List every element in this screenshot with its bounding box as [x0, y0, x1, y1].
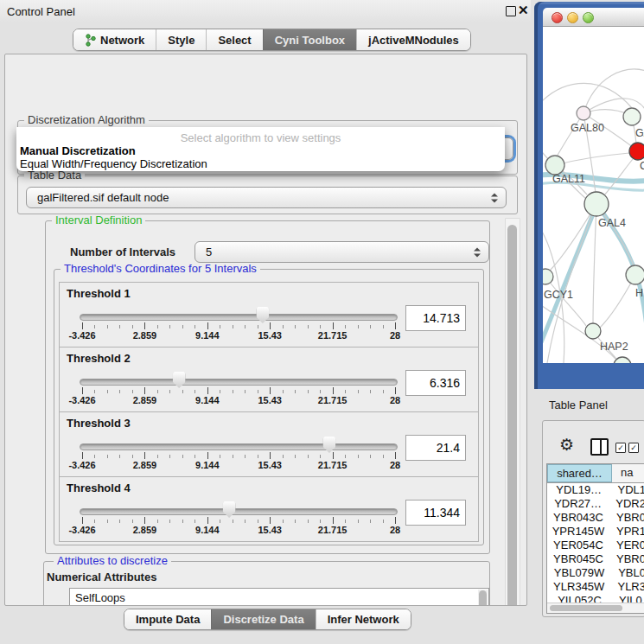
threshold-1-value-field[interactable]: 14.713 — [405, 305, 466, 331]
threshold-4-panel: Threshold 4 -3.426 2.859 9.144 15.43 21.… — [59, 476, 479, 542]
edge — [557, 113, 583, 156]
node-attribute-table: shared… na YDL19…YDL1 YDR27…YDR2 YBR043C… — [546, 463, 644, 614]
node-hap2[interactable] — [585, 323, 601, 339]
node-gal4[interactable] — [584, 192, 609, 216]
dropdown-option-equal-width[interactable]: Equal Width/Frequency Discretization — [20, 157, 207, 170]
table-row[interactable]: YLR345WYLR3 — [547, 580, 644, 594]
checkbox-icon[interactable]: ✓ — [615, 443, 626, 453]
control-panel-tabs: Network Style Select Cyni Toolbox jActiv… — [73, 29, 471, 51]
table-row[interactable]: YDL19…YDL1 — [547, 483, 644, 497]
tab-select[interactable]: Select — [206, 29, 262, 50]
slider-track[interactable] — [80, 508, 398, 515]
tab-style[interactable]: Style — [156, 29, 206, 50]
table-row[interactable]: YDR27…YDR2 — [547, 497, 644, 511]
threshold-1-panel: Threshold 1 -3.426 2.859 9.144 15.43 21.… — [59, 282, 479, 348]
column-header-shared-name[interactable]: shared… — [547, 464, 612, 482]
slider-thumb[interactable] — [256, 307, 269, 323]
node-gal11[interactable] — [545, 156, 564, 175]
list-scrollbar-thumb[interactable] — [479, 590, 487, 606]
control-panel-titlebar: Control Panel — [0, 0, 531, 22]
node-gcy1[interactable] — [543, 269, 553, 284]
table-row[interactable]: YBL079WYBL0 — [547, 566, 644, 580]
tab-cyni-toolbox[interactable]: Cyni Toolbox — [263, 29, 356, 50]
minimize-traffic-light-icon[interactable] — [567, 12, 578, 23]
threshold-3-value-field[interactable]: 21.4 — [405, 435, 466, 461]
threshold-4-value-field[interactable]: 11.344 — [405, 500, 466, 526]
tab-network[interactable]: Network — [73, 29, 156, 50]
table-data-value: galFiltered.sif default node — [37, 191, 169, 204]
table-row[interactable]: YBR043CYBR0 — [547, 511, 644, 525]
tab-label: Network — [100, 34, 144, 47]
threshold-4-slider[interactable]: -3.426 2.859 9.144 15.43 21.715 28 — [82, 501, 395, 540]
slider-tick-labels: -3.426 2.859 9.144 15.43 21.715 28 — [82, 395, 395, 405]
gear-icon[interactable]: ⚙ — [559, 437, 574, 453]
node-gal80[interactable] — [577, 106, 590, 120]
threshold-2-value-field[interactable]: 6.316 — [405, 370, 466, 396]
cyni-mode-tabs: Impute Data Discretize Data Infer Networ… — [124, 609, 411, 630]
table-horizontal-scrollbar[interactable] — [547, 603, 644, 613]
node-red[interactable] — [629, 143, 644, 160]
threshold-2-label: Threshold 2 — [67, 352, 131, 365]
slider-tick-labels: -3.426 2.859 9.144 15.43 21.715 28 — [82, 330, 395, 341]
scrollbar-thumb[interactable] — [550, 605, 622, 611]
columns-icon[interactable] — [590, 438, 609, 456]
network-window-titlebar[interactable] — [543, 8, 644, 27]
table-data-group-title: Table Data — [24, 169, 85, 182]
slider-thumb[interactable] — [322, 437, 335, 453]
slider-track[interactable] — [80, 314, 398, 321]
table-row[interactable]: YPR145WYPR1 — [547, 525, 644, 539]
threshold-2-panel: Threshold 2 -3.426 2.859 9.144 15.43 21.… — [59, 347, 479, 412]
list-item[interactable]: TopologicalCoefficient — [70, 605, 488, 606]
threshold-2-slider[interactable]: -3.426 2.859 9.144 15.43 21.715 28 — [82, 372, 395, 411]
threshold-3-slider[interactable]: -3.426 2.859 9.144 15.43 21.715 28 — [82, 437, 395, 475]
float-window-icon[interactable] — [506, 6, 516, 16]
table-row[interactable]: YER054CYER0 — [547, 539, 644, 552]
threshold-1-label: Threshold 1 — [67, 287, 131, 300]
checkbox-icon[interactable]: ✓ — [628, 443, 639, 453]
threshold-1-slider[interactable]: -3.426 2.859 9.144 15.43 21.715 28 — [82, 307, 395, 346]
numerical-attributes-label: Numerical Attributes — [47, 571, 156, 583]
slider-thumb[interactable] — [223, 501, 236, 518]
threshold-3-panel: Threshold 3 -3.426 2.859 9.144 15.43 21.… — [59, 411, 479, 477]
list-item[interactable]: SelfLoops — [70, 589, 488, 605]
node-label: GA — [635, 127, 644, 139]
panel-title: Control Panel — [7, 5, 75, 18]
close-traffic-light-icon[interactable] — [552, 12, 563, 23]
node-label: GAL4 — [598, 217, 626, 229]
table-header: shared… na — [547, 464, 644, 483]
network-canvas[interactable]: GAL80 GA C GAL11 GAL4 GCY1 H HAP2 — [543, 27, 644, 363]
slider-track[interactable] — [80, 443, 398, 450]
slider-thumb[interactable] — [173, 372, 186, 388]
thresholds-group-title: Threshold's Coordinates for 5 Intervals — [61, 263, 260, 275]
network-graph: GAL80 GA C GAL11 GAL4 GCY1 H HAP2 — [543, 27, 644, 363]
num-intervals-combobox[interactable]: 5 — [194, 241, 489, 263]
node-label: H — [635, 287, 643, 299]
slider-track[interactable] — [80, 379, 398, 386]
tab-discretize-data[interactable]: Discretize Data — [211, 609, 315, 629]
threshold-4-label: Threshold 4 — [67, 481, 131, 494]
column-header-name[interactable]: na — [612, 464, 644, 482]
interval-group-title: Interval Definition — [52, 214, 145, 226]
tab-infer-network[interactable]: Infer Network — [316, 609, 411, 629]
settings-scrollbar-thumb[interactable] — [507, 225, 517, 606]
slider-ticks — [82, 517, 395, 525]
table-row[interactable]: YBR045CYBR0 — [547, 552, 644, 566]
numerical-attributes-list: SelfLoops TopologicalCoefficient Between… — [69, 588, 489, 606]
attributes-group-title: Attributes to discretize — [54, 555, 171, 567]
dropdown-option-manual[interactable]: Manual Discretization — [20, 144, 136, 157]
settings-scrollbar[interactable] — [505, 218, 520, 606]
table-data-combobox[interactable]: galFiltered.sif default node — [26, 187, 507, 208]
node[interactable] — [614, 357, 631, 363]
close-icon[interactable]: ✕ — [518, 3, 529, 18]
tab-jactivemnodules[interactable]: jActiveMNodules — [356, 29, 470, 50]
slider-ticks — [82, 452, 395, 460]
list-scrollbar[interactable] — [478, 590, 488, 606]
node-h[interactable] — [626, 265, 644, 284]
edge — [583, 69, 644, 113]
node-label: HAP2 — [600, 341, 628, 353]
network-icon — [85, 34, 96, 47]
node[interactable] — [623, 108, 641, 125]
num-intervals-value: 5 — [206, 245, 212, 258]
zoom-traffic-light-icon[interactable] — [583, 12, 594, 23]
tab-impute-data[interactable]: Impute Data — [124, 609, 211, 629]
